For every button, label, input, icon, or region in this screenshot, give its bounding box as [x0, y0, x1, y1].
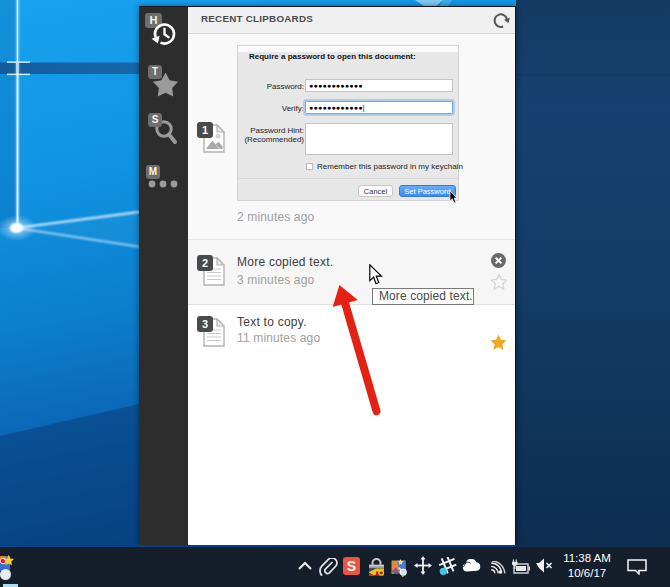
svg-text:S: S: [347, 558, 356, 574]
